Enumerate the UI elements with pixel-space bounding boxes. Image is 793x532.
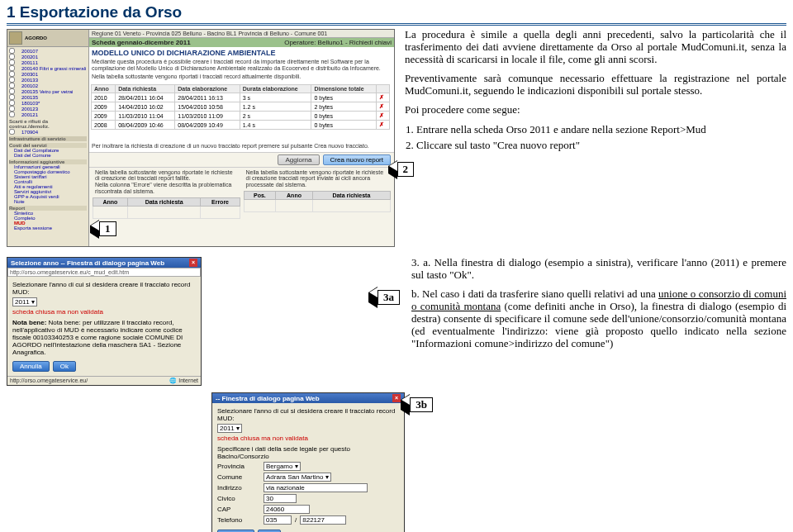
close-icon[interactable]: × xyxy=(392,394,401,402)
year-select[interactable]: 2011 ▾ xyxy=(12,297,37,306)
step-3b: b. Nel caso i dati da trasferire siano q… xyxy=(411,288,786,350)
table-row: 200914/04/2010 16:0215/04/2010 10:581.2 … xyxy=(92,102,390,112)
ok-button[interactable]: Ok xyxy=(53,361,76,372)
chk[interactable] xyxy=(9,77,15,83)
delete-icon[interactable]: ✗ xyxy=(377,102,389,112)
url-bar: http://orso.omegateservice.eu/c_mud_edit… xyxy=(7,268,201,277)
refresh-button[interactable]: Aggiorna xyxy=(278,154,319,165)
sidebar: AGORDO 200107 200201 200111 200140 Filtr… xyxy=(7,30,89,246)
dialog-subhead: Specificare i dati della sede legale per… xyxy=(217,445,399,460)
panel-desc: Mediante questa procedura è possibile cr… xyxy=(89,59,394,74)
dialog-text: Selezionare l'anno di cui si desidera cr… xyxy=(12,281,196,296)
indirizzo-input[interactable] xyxy=(264,483,368,492)
callout-3b: 3b xyxy=(401,397,433,412)
instructions-3: 3. a. Nella finestra di dialogo (esempio… xyxy=(411,257,786,386)
page-heading: 1 Esportazione da Orso xyxy=(7,3,786,26)
records-table: AnnoData richiestaData elaborazioneDurat… xyxy=(91,84,390,130)
close-icon[interactable]: × xyxy=(189,259,197,267)
cap-input[interactable] xyxy=(264,505,310,514)
status-zone: Internet xyxy=(178,378,198,383)
table-row: 200911/03/2010 11:0411/03/2010 11:092 s0… xyxy=(92,112,390,121)
table-row: 200808/04/2009 10:4608/04/2009 10:491.4 … xyxy=(92,121,390,130)
period-bar: Scheda gennaio-dicembre 2011 Operatore: … xyxy=(89,38,394,47)
instructions-panel: La procedura è simile a quella degli ann… xyxy=(405,29,786,247)
provincia-select[interactable]: Bergamo ▾ xyxy=(264,462,301,471)
delete-icon[interactable]: ✗ xyxy=(377,112,389,121)
tel-prefix-input[interactable] xyxy=(264,515,292,525)
chk[interactable] xyxy=(9,48,15,54)
table-row: 201028/04/2011 16:0428/04/2011 16:133 s0… xyxy=(92,93,390,102)
chk[interactable] xyxy=(9,71,15,77)
panel-title: Modello Unico di Dichiarazione Ambiental… xyxy=(89,47,394,59)
chk[interactable] xyxy=(9,112,15,117)
delete-icon[interactable]: ✗ xyxy=(377,121,389,130)
callout-1: 1 xyxy=(90,221,116,236)
tel-number-input[interactable] xyxy=(300,515,346,525)
civico-input[interactable] xyxy=(264,494,297,503)
chk[interactable] xyxy=(9,65,15,71)
operator-label: Operatore: Belluno1 - Richiedi chiavi xyxy=(284,39,392,46)
intro-p2: Preventivamente sarà comunque necessario… xyxy=(405,73,786,97)
year-select[interactable]: 2011 ▾ xyxy=(217,424,242,433)
dialog-title: Selezione anno -- Finestra di dialogo pa… xyxy=(11,259,164,267)
callout-2: 2 xyxy=(388,162,415,177)
callout-3a: 3a xyxy=(368,290,400,305)
validation-note: scheda chiusa ma non validata xyxy=(12,308,196,316)
step-3a: 3. a. Nella finestra di dialogo (esempio… xyxy=(411,257,786,282)
app-logo-icon xyxy=(9,31,22,45)
comune-select[interactable]: Adrara San Martino ▾ xyxy=(264,473,331,482)
intro-p1: La procedura è simile a quella degli ann… xyxy=(405,29,786,66)
sidebar-section-scarti: Scarti e rifiuti da costruz./demoliz. xyxy=(9,119,87,129)
sidebar-item[interactable]: Dati del Comune xyxy=(9,153,87,158)
status-url: http://orso.omegateservice.eu/ xyxy=(10,378,88,384)
sidebar-hdr-infra: Infrastrutture di servizio xyxy=(9,136,87,141)
chk[interactable] xyxy=(9,54,15,59)
chk[interactable] xyxy=(9,88,15,94)
chk[interactable] xyxy=(9,83,15,88)
delete-icon[interactable]: ✗ xyxy=(377,93,389,102)
step-2: Cliccare sul tasto "Crea nuovo report" xyxy=(416,139,786,152)
proc-heading: Poi procedere come segue: xyxy=(405,104,786,116)
cancel-button[interactable]: Annulla xyxy=(12,361,50,372)
chk[interactable] xyxy=(9,106,15,112)
chk[interactable] xyxy=(9,94,15,100)
step-1: Entrare nella scheda Orso 2011 e andare … xyxy=(416,123,786,136)
chk[interactable] xyxy=(9,100,15,106)
chk[interactable] xyxy=(9,59,15,65)
validation-note: scheda chiusa ma non validata xyxy=(217,435,399,442)
brand-name: AGORDO xyxy=(25,36,47,40)
dialog-3a: Selezione anno -- Finestra di dialogo pa… xyxy=(7,257,202,386)
brand-bar: AGORDO xyxy=(7,30,88,47)
dialog-title: -- Finestra di dialogo pagina Web xyxy=(216,395,320,402)
dialog-3b: -- Finestra di dialogo pagina Web × Sele… xyxy=(211,392,405,532)
nota-bene: Nota bene: Nota bene: per utilizzare il … xyxy=(12,319,196,356)
screenshot-main-app: AGORDO 200107 200201 200111 200140 Filtr… xyxy=(7,29,395,247)
chk[interactable] xyxy=(9,129,15,135)
create-report-button[interactable]: Crea nuovo report xyxy=(323,154,391,165)
breadcrumb-bar: Regione 01 Veneto - Provincia 025 Bellun… xyxy=(89,30,394,38)
